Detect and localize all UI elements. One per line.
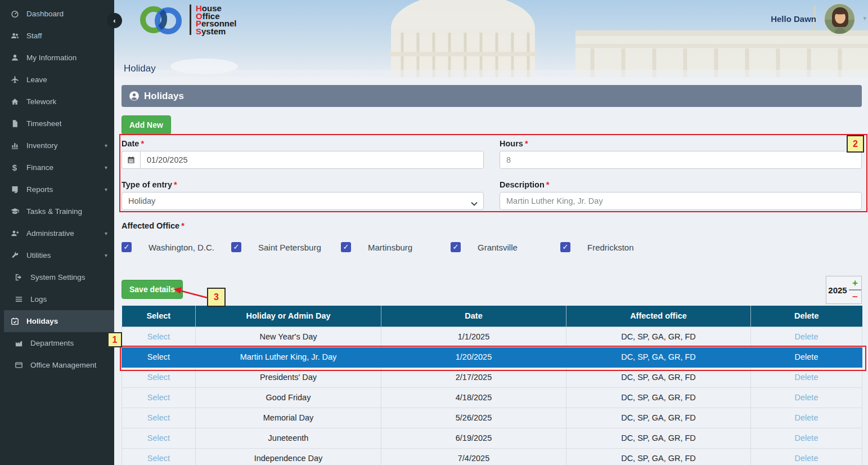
office-checkbox-fredrickston: ✓ Fredrickston xyxy=(560,242,670,252)
select-link[interactable]: Select xyxy=(147,373,170,382)
select-link[interactable]: Select xyxy=(147,433,170,442)
holiday-name-cell: Presidents' Day xyxy=(196,367,381,387)
sidebar-item-telework[interactable]: Telework xyxy=(0,91,114,113)
select-link[interactable]: Select xyxy=(147,332,170,341)
sidebar-item-utilities[interactable]: Utilities ▾ xyxy=(0,244,114,266)
required-asterisk: * xyxy=(181,221,185,230)
checkbox-checked-icon[interactable]: ✓ xyxy=(560,242,570,252)
chevron-left-icon: ‹ xyxy=(113,16,115,25)
header-caret-icon[interactable]: ▾ xyxy=(863,15,866,22)
content-area: Holidays Add New Date* Type of entry* Ho… xyxy=(114,77,868,465)
select-link[interactable]: Select xyxy=(147,352,170,361)
office-checkbox-grantsville: ✓ Grantsville xyxy=(451,242,560,252)
table-row: Select Good Friday 4/18/2025 DC, SP, GA,… xyxy=(122,387,862,408)
user-avatar[interactable] xyxy=(824,3,855,34)
file-icon xyxy=(10,119,20,128)
page-title: Holiday xyxy=(124,63,156,74)
office-checkbox-saint-petersburg: ✓ Saint Petersburg xyxy=(231,242,341,252)
sidebar-item-staff[interactable]: Staff xyxy=(0,25,114,47)
holiday-name-cell: Good Friday xyxy=(196,387,381,408)
sidebar-item-holidays[interactable]: Holidays xyxy=(4,310,114,332)
dashboard-icon xyxy=(10,10,20,19)
affected-office-cell: DC, SP, GA, GR, FD xyxy=(566,387,751,408)
hops-logo-rings-icon xyxy=(137,3,188,37)
table-header-row: Select Holiday or Admin Day Date Affecte… xyxy=(122,306,862,327)
save-details-button[interactable]: Save details xyxy=(122,280,183,299)
sidebar-item-dashboard[interactable]: Dashboard xyxy=(0,3,114,25)
user-greeting: Hello Dawn xyxy=(771,14,816,24)
table-row-selected: Select Martin Luther King, Jr. Day 1/20/… xyxy=(122,347,862,367)
sidebar-item-office-management[interactable]: Office Management xyxy=(0,354,114,376)
sidebar-item-leave[interactable]: Leave xyxy=(0,69,114,91)
sidebar-collapse-button[interactable]: ‹ xyxy=(107,13,122,28)
delete-link[interactable]: Delete xyxy=(795,454,818,463)
year-increase-button[interactable]: + xyxy=(849,276,861,290)
select-link[interactable]: Select xyxy=(147,393,170,402)
holidays-table: Select Holiday or Admin Day Date Affecte… xyxy=(122,306,862,465)
date-label: Date* xyxy=(122,139,484,148)
plane-icon xyxy=(10,75,20,84)
affected-office-cell: DC, SP, GA, GR, FD xyxy=(566,327,751,347)
checkbox-checked-icon[interactable]: ✓ xyxy=(451,242,461,252)
checkbox-checked-icon[interactable]: ✓ xyxy=(231,242,241,252)
sidebar: Dashboard Staff My Information Leave Tel… xyxy=(0,0,114,465)
affected-office-cell: DC, SP, GA, GR, FD xyxy=(566,428,751,448)
sidebar-item-finance[interactable]: $ Finance ▾ xyxy=(0,157,114,178)
holiday-date-cell: 1/20/2025 xyxy=(381,347,566,367)
table-row: Select Memorial Day 5/26/2025 DC, SP, GA… xyxy=(122,408,862,428)
column-header-delete: Delete xyxy=(751,306,862,327)
office-checkbox-martinsburg: ✓ Martinsburg xyxy=(341,242,451,252)
holiday-name-cell: Memorial Day xyxy=(196,408,381,428)
delete-link[interactable]: Delete xyxy=(795,373,818,382)
wrench-icon xyxy=(10,251,20,260)
select-link[interactable]: Select xyxy=(147,413,170,422)
home-icon xyxy=(10,97,20,106)
sidebar-item-tasks-training[interactable]: Tasks & Training xyxy=(0,200,114,222)
sidebar-item-administrative[interactable]: Administrative ▾ xyxy=(0,222,114,244)
sidebar-item-logs[interactable]: Logs xyxy=(0,288,114,310)
user-plus-icon xyxy=(10,229,20,238)
affected-office-label: Affected Office* xyxy=(122,221,862,230)
date-input[interactable] xyxy=(140,151,484,169)
affected-office-cell: DC, SP, GA, GR, FD xyxy=(566,347,751,367)
column-header-date: Date xyxy=(381,306,566,327)
add-new-button[interactable]: Add New xyxy=(122,115,171,135)
delete-link[interactable]: Delete xyxy=(795,433,818,442)
column-header-affected-office: Affected office xyxy=(566,306,751,327)
year-selector: 2025 + − xyxy=(826,276,862,304)
sidebar-item-timesheet[interactable]: Timesheet xyxy=(0,113,114,135)
description-label: Description* xyxy=(500,180,862,189)
type-of-entry-select[interactable]: Holiday xyxy=(122,192,484,210)
sidebar-item-my-information[interactable]: My Information xyxy=(0,47,114,69)
chevron-down-icon: ▾ xyxy=(105,142,107,149)
chevron-down-icon: ▾ xyxy=(105,164,107,171)
chevron-down-icon: ▾ xyxy=(105,186,107,193)
list-icon xyxy=(14,295,24,304)
description-input[interactable] xyxy=(500,192,862,210)
required-asterisk: * xyxy=(525,139,528,148)
required-asterisk: * xyxy=(174,180,177,189)
checkbox-checked-icon[interactable]: ✓ xyxy=(122,242,132,252)
delete-link[interactable]: Delete xyxy=(795,352,818,361)
delete-link[interactable]: Delete xyxy=(795,413,818,422)
delete-link[interactable]: Delete xyxy=(795,393,818,402)
chart-bar-icon xyxy=(10,141,20,150)
logo-divider xyxy=(190,5,191,35)
report-icon xyxy=(10,185,20,194)
checkbox-checked-icon[interactable]: ✓ xyxy=(341,242,351,252)
year-decrease-button[interactable]: − xyxy=(849,290,861,303)
delete-link[interactable]: Delete xyxy=(795,332,818,341)
select-link[interactable]: Select xyxy=(147,454,170,463)
sidebar-item-departments[interactable]: Departments xyxy=(0,332,114,354)
table-row: Select Juneteenth 6/19/2025 DC, SP, GA, … xyxy=(122,428,862,448)
table-row: Select New Year's Day 1/1/2025 DC, SP, G… xyxy=(122,327,862,347)
holiday-name-cell: Independence Day xyxy=(196,448,381,465)
chevron-down-icon: ▾ xyxy=(105,252,107,258)
sidebar-item-reports[interactable]: Reports ▾ xyxy=(0,178,114,200)
holiday-date-cell: 1/1/2025 xyxy=(381,327,566,347)
graduation-cap-icon xyxy=(10,207,20,216)
sidebar-item-inventory[interactable]: Inventory ▾ xyxy=(0,135,114,157)
hours-input[interactable] xyxy=(500,151,862,169)
header-banner: House Office Personnel System Hello Dawn… xyxy=(114,0,868,77)
sidebar-item-system-settings[interactable]: System Settings xyxy=(0,266,114,288)
